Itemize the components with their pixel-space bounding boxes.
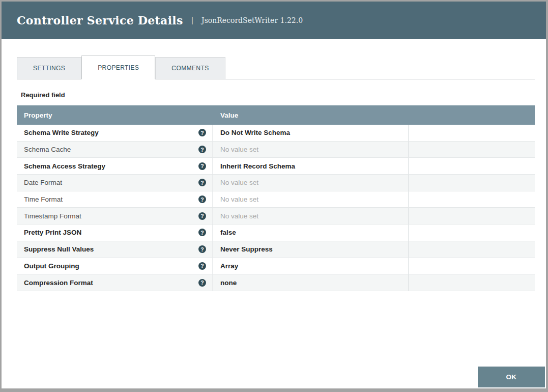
column-header-value: Value [213,111,409,119]
property-cell: Schema Access Strategy ? [17,158,213,174]
controller-service-details-dialog: Controller Service Details | JsonRecordS… [0,0,548,392]
property-cell: Pretty Print JSON ? [17,225,213,241]
property-cell: Schema Cache ? [17,142,213,158]
property-cell: Date Format ? [17,175,213,191]
property-name: Schema Write Strategy [24,129,99,136]
property-name: Suppress Null Values [24,245,94,253]
property-value: Inherit Record Schema [220,162,295,170]
value-cell: false [213,225,409,241]
help-icon[interactable]: ? [198,229,206,236]
property-name: Timestamp Format [24,212,81,220]
extra-cell [409,274,535,291]
required-field-label: Required field [21,91,535,99]
extra-cell [409,191,535,208]
property-name: Pretty Print JSON [24,229,81,236]
value-cell: No value set [213,175,409,191]
property-value: Do Not Write Schema [220,129,290,136]
value-cell: No value set [213,142,409,158]
extra-cell [409,158,535,174]
extra-cell [409,175,535,191]
property-table-body: Schema Write Strategy ? Do Not Write Sch… [17,125,535,291]
extra-cell [409,241,535,258]
help-icon[interactable]: ? [198,146,206,153]
help-icon[interactable]: ? [198,212,206,220]
table-row: Output Grouping ? Array [17,258,535,275]
value-cell: No value set [213,208,409,224]
property-name: Date Format [24,179,62,186]
value-cell: none [213,274,409,291]
extra-cell [409,225,535,241]
property-name: Compression Format [24,279,93,287]
value-cell: Array [213,258,409,274]
table-row: Compression Format ? none [17,274,535,291]
value-cell: Do Not Write Schema [213,125,409,141]
table-row: Timestamp Format ? No value set [17,208,535,225]
property-value: No value set [220,146,258,153]
dialog-subtitle: JsonRecordSetWriter 1.22.0 [201,16,303,24]
property-value: Never Suppress [220,245,273,253]
property-name: Schema Cache [24,146,71,153]
property-cell: Output Grouping ? [17,258,213,274]
property-value: No value set [220,195,258,203]
property-cell: Time Format ? [17,191,213,208]
tab-properties[interactable]: PROPERTIES [81,55,155,79]
property-value: Array [220,262,238,270]
property-value: No value set [220,179,258,186]
help-icon[interactable]: ? [198,179,206,186]
property-name: Output Grouping [24,262,79,270]
tab-bar: SETTINGS PROPERTIES COMMENTS [17,55,535,79]
property-value: false [220,229,236,236]
help-icon[interactable]: ? [198,162,206,170]
property-cell: Compression Format ? [17,274,213,291]
help-icon[interactable]: ? [198,279,206,287]
table-row: Time Format ? No value set [17,191,535,208]
extra-cell [409,258,535,274]
property-cell: Suppress Null Values ? [17,241,213,258]
extra-cell [409,208,535,224]
value-cell: Never Suppress [213,241,409,258]
tab-comments[interactable]: COMMENTS [155,57,225,79]
table-row: Date Format ? No value set [17,175,535,191]
help-icon[interactable]: ? [198,195,206,203]
table-row: Pretty Print JSON ? false [17,225,535,241]
property-value: none [220,279,237,287]
property-name: Time Format [24,195,63,203]
table-row: Schema Cache ? No value set [17,142,535,158]
value-cell: No value set [213,191,409,208]
extra-cell [409,142,535,158]
property-value: No value set [220,212,258,220]
tab-settings[interactable]: SETTINGS [17,57,81,79]
value-cell: Inherit Record Schema [213,158,409,174]
help-icon[interactable]: ? [198,262,206,270]
property-cell: Schema Write Strategy ? [17,125,213,141]
table-row: Schema Access Strategy ? Inherit Record … [17,158,535,175]
ok-button[interactable]: OK [478,367,545,387]
property-cell: Timestamp Format ? [17,208,213,224]
help-icon[interactable]: ? [198,129,206,136]
table-row: Suppress Null Values ? Never Suppress [17,241,535,258]
help-icon[interactable]: ? [198,245,206,253]
dialog-header: Controller Service Details | JsonRecordS… [2,2,546,39]
properties-table: Property Value Schema Write Strategy ? D… [17,105,535,291]
extra-cell [409,125,535,141]
title-divider: | [191,15,193,25]
column-header-property: Property [17,111,213,119]
table-row: Schema Write Strategy ? Do Not Write Sch… [17,125,535,142]
dialog-title: Controller Service Details [17,14,183,27]
property-name: Schema Access Strategy [24,162,105,170]
table-header-row: Property Value [17,105,535,125]
